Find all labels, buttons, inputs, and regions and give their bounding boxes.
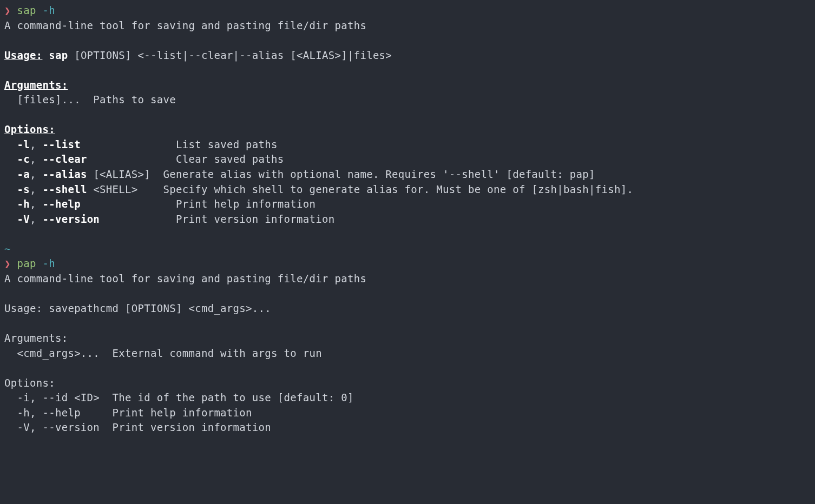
command-flag: -h bbox=[42, 4, 55, 16]
pap-opt-version: -V, --version Print version information bbox=[4, 420, 811, 435]
usage-rest: [OPTIONS] <--list|--clear|--alias [<ALIA… bbox=[68, 49, 392, 61]
blank-line bbox=[4, 63, 811, 78]
sap-opt-list: -l, --list List saved paths bbox=[4, 137, 811, 152]
prompt-arrow: ❯ bbox=[4, 4, 11, 16]
command-name: sap bbox=[17, 4, 36, 16]
sap-arguments-heading: Arguments: bbox=[4, 78, 811, 93]
sap-options-heading: Options: bbox=[4, 122, 811, 137]
usage-heading: Usage: bbox=[4, 49, 42, 61]
prompt-arrow: ❯ bbox=[4, 257, 11, 269]
blank-line bbox=[4, 286, 811, 301]
pap-arguments-label: Arguments: bbox=[4, 331, 811, 346]
usage-cmd: sap bbox=[49, 49, 68, 61]
blank-line bbox=[4, 316, 811, 331]
sap-usage-line: Usage: sap [OPTIONS] <--list|--clear|--a… bbox=[4, 48, 811, 63]
pap-options-label: Options: bbox=[4, 376, 811, 391]
options-label: Options: bbox=[4, 123, 55, 135]
command-name: pap bbox=[17, 257, 36, 269]
sap-arg-files: [files]... Paths to save bbox=[4, 92, 811, 108]
sap-opt-alias: -a, --alias [<ALIAS>] Generate alias wit… bbox=[4, 167, 811, 182]
pap-opt-help: -h, --help Print help information bbox=[4, 406, 811, 421]
cwd-line: ~ bbox=[4, 242, 811, 257]
arguments-label: Arguments: bbox=[4, 79, 68, 91]
sap-opt-shell: -s, --shell <SHELL> Specify which shell … bbox=[4, 182, 811, 197]
terminal-output[interactable]: ❯ sap -h A command-line tool for saving … bbox=[4, 3, 811, 435]
pap-description: A command-line tool for saving and pasti… bbox=[4, 271, 811, 287]
pap-opt-id: -i, --id <ID> The id of the path to use … bbox=[4, 390, 811, 406]
blank-line bbox=[4, 33, 811, 48]
blank-line bbox=[4, 361, 811, 376]
cwd-indicator: ~ bbox=[4, 243, 11, 255]
sap-description: A command-line tool for saving and pasti… bbox=[4, 18, 811, 34]
pap-usage-line: Usage: savepathcmd [OPTIONS] <cmd_args>.… bbox=[4, 301, 811, 316]
pap-arg-cmd: <cmd_args>... External command with args… bbox=[4, 346, 811, 361]
command-flag: -h bbox=[42, 257, 55, 269]
blank-line bbox=[4, 227, 811, 242]
prompt-line-2: ❯ pap -h bbox=[4, 256, 811, 271]
prompt-line-1: ❯ sap -h bbox=[4, 3, 811, 18]
sap-opt-clear: -c, --clear Clear saved paths bbox=[4, 152, 811, 167]
blank-line bbox=[4, 108, 811, 123]
sap-opt-help: -h, --help Print help information bbox=[4, 197, 811, 212]
sap-opt-version: -V, --version Print version information bbox=[4, 212, 811, 227]
